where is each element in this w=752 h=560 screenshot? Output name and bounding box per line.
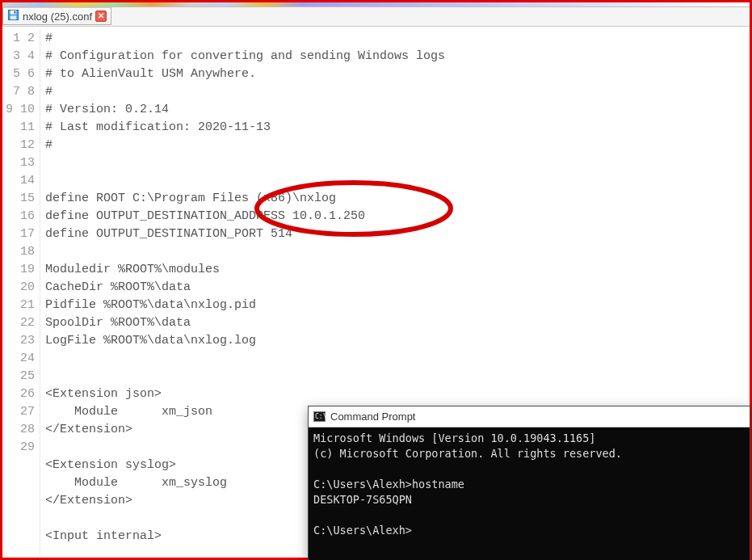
window-frame: nxlog (25).conf ✕ 1 2 3 4 5 6 7 8 9 10 1… <box>0 0 752 560</box>
command-prompt-body[interactable]: Microsoft Windows [Version 10.0.19043.11… <box>309 427 750 541</box>
file-tab[interactable]: nxlog (25).conf ✕ <box>2 7 111 25</box>
command-prompt-icon: C:\. <box>313 411 326 422</box>
command-prompt-window[interactable]: C:\. Command Prompt Microsoft Windows [V… <box>308 406 750 560</box>
command-prompt-titlebar[interactable]: C:\. Command Prompt <box>309 406 750 427</box>
command-prompt-title: Command Prompt <box>330 411 415 423</box>
file-tab-label: nxlog (25).conf <box>23 11 92 23</box>
svg-rect-2 <box>11 15 17 19</box>
close-icon[interactable]: ✕ <box>95 11 107 22</box>
tab-bar: nxlog (25).conf ✕ <box>2 7 750 27</box>
svg-rect-3 <box>14 11 15 14</box>
line-number-gutter: 1 2 3 4 5 6 7 8 9 10 11 12 13 14 15 16 1… <box>5 30 40 555</box>
save-icon <box>7 9 19 23</box>
